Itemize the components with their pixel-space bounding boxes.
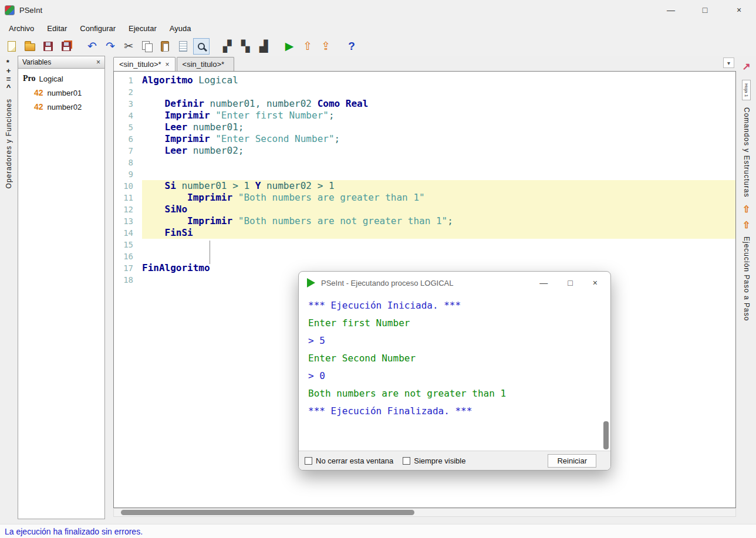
code-line[interactable]: 9 — [114, 168, 735, 180]
horizontal-scrollbar[interactable] — [113, 508, 736, 517]
console-minimize-icon[interactable]: — — [539, 278, 548, 287]
variable-row[interactable]: 42number02 — [18, 100, 104, 114]
tab-list-dropdown-icon[interactable]: ▾ — [723, 57, 734, 68]
menu-item-archivo[interactable]: Archivo — [2, 21, 41, 36]
run-to-line-icon-button[interactable]: ⇪ — [318, 38, 334, 55]
code-line[interactable]: 5 Leer number01; — [114, 121, 735, 133]
process-icon: Pro — [23, 74, 36, 83]
code-line[interactable]: 8 — [114, 157, 735, 168]
menu-item-configurar[interactable]: Configurar — [73, 21, 122, 36]
code-text: Imprimir "Both numbers are not greater t… — [142, 215, 735, 227]
run-icon: ▶ — [285, 40, 294, 52]
commands-panel-tab[interactable]: Comandos y Estructuras — [743, 107, 751, 197]
console-footer: No cerrar esta ventana Siempre visible R… — [299, 451, 610, 470]
code-line[interactable]: 14 FinSi — [114, 227, 735, 239]
redo-icon: ↷ — [106, 40, 115, 52]
code-line[interactable]: 3 Definir number01, number02 Como Real — [114, 98, 735, 110]
no-close-checkbox[interactable] — [305, 457, 312, 465]
line-number: 8 — [114, 158, 142, 167]
save-as-icon-button[interactable] — [58, 38, 75, 55]
step-down-icon[interactable]: ⇧ — [743, 221, 750, 229]
step-up-icon[interactable]: ⇧ — [743, 205, 750, 214]
cut-icon-button[interactable]: ✂ — [120, 38, 137, 55]
always-visible-checkbox[interactable] — [403, 457, 410, 465]
process-row[interactable]: ProLogical — [18, 72, 104, 86]
menu-item-editar[interactable]: Editar — [41, 21, 73, 36]
horizontal-scrollbar-thumb[interactable] — [121, 510, 414, 515]
close-icon[interactable]: × — [722, 0, 756, 20]
indent-icon-button[interactable] — [175, 38, 191, 55]
line-number: 13 — [114, 216, 142, 226]
new-file-icon-button[interactable] — [4, 38, 20, 55]
help-icon: ? — [348, 40, 355, 52]
console-maximize-icon[interactable]: □ — [568, 278, 572, 287]
code-line[interactable]: 2 — [114, 86, 735, 98]
undo-icon-button[interactable]: ↶ — [84, 38, 100, 55]
code-line[interactable]: 15 — [114, 239, 735, 251]
code-text: Si number01 > 1 Y number02 > 1 — [142, 180, 735, 192]
code-text — [142, 239, 735, 251]
editor-tab-1[interactable]: <sin_titulo>*× — [113, 57, 176, 71]
menu-item-ayuda[interactable]: Ayuda — [163, 21, 198, 36]
line-number: 18 — [114, 275, 142, 285]
menu-item-ejecutar[interactable]: Ejecutar — [122, 21, 163, 36]
editor-tab-2[interactable]: <sin_titulo>* — [177, 57, 235, 71]
console-body[interactable]: *** Ejecución Iniciada. ***Enter first N… — [299, 294, 610, 451]
code-line[interactable]: 6 Imprimir "Enter Second Number"; — [114, 133, 735, 145]
flowchart-icon-button[interactable]: ▞ — [219, 38, 235, 55]
variable-row[interactable]: 42number01 — [18, 86, 104, 100]
panel-close-icon[interactable]: × — [96, 58, 100, 66]
always-visible-label: Siempre visible — [414, 456, 465, 465]
code-line[interactable]: 12 SiNo — [114, 204, 735, 215]
line-number: 16 — [114, 252, 142, 261]
code-line[interactable]: 10 Si number01 > 1 Y number02 > 1 — [114, 180, 735, 192]
syntax-check-icon-button[interactable]: ▚ — [237, 38, 254, 55]
copy-icon-button[interactable] — [139, 38, 155, 55]
code-text: SiNo — [142, 204, 735, 215]
code-line[interactable]: 1Algoritmo Logical — [114, 75, 735, 86]
tab-close-icon[interactable]: × — [166, 60, 170, 69]
run-to-line-icon: ⇪ — [321, 40, 330, 52]
paste-icon-button[interactable] — [157, 38, 173, 55]
maximize-icon[interactable]: □ — [688, 0, 722, 20]
variables-panel-title: Variables — [22, 58, 51, 66]
line-number: 12 — [114, 205, 142, 214]
run-icon-button[interactable]: ▶ — [281, 38, 298, 55]
console-line: *** Ejecución Iniciada. *** — [308, 297, 601, 314]
code-text: Leer number01; — [142, 121, 735, 133]
code-line[interactable]: 7 Leer number02; — [114, 145, 735, 157]
operators-panel-label: Operadores y Funciones — [5, 99, 13, 188]
code-line[interactable]: 4 Imprimir "Enter first Number"; — [114, 110, 735, 121]
open-file-icon-button[interactable] — [22, 38, 38, 55]
step-execution-panel-tab[interactable]: Ejecución Paso a Paso — [743, 236, 751, 321]
save-icon-button[interactable] — [40, 38, 56, 55]
console-scrollbar-thumb[interactable] — [603, 421, 609, 449]
process-name: Logical — [39, 75, 63, 83]
code-line[interactable]: 11 Imprimir "Both numbers are greater th… — [114, 192, 735, 204]
window-controls: — □ × — [654, 0, 756, 20]
line-number: 2 — [114, 87, 142, 97]
syntax-check-icon: ▚ — [241, 40, 250, 52]
step-run-icon-button[interactable]: ⇧ — [299, 38, 316, 55]
code-line[interactable]: 13 Imprimir "Both numbers are not greate… — [114, 215, 735, 227]
flowchart-arrow-icon[interactable]: ↗ — [742, 60, 750, 73]
console-scrollbar[interactable] — [602, 295, 609, 449]
search-icon-button[interactable] — [193, 38, 210, 55]
line-number: 6 — [114, 134, 142, 144]
redo-icon-button[interactable]: ↷ — [102, 38, 119, 55]
line-number: 10 — [114, 181, 142, 191]
code-text — [142, 86, 735, 98]
help-icon-button[interactable]: ? — [343, 38, 360, 55]
minimize-icon[interactable]: — — [654, 0, 688, 20]
sheet-tab[interactable]: Hoja 1 — [742, 80, 751, 100]
operator-symbol: + — [6, 67, 11, 75]
restart-button[interactable]: Reiniciar — [548, 454, 596, 468]
line-number: 3 — [114, 99, 142, 109]
console-close-icon[interactable]: × — [593, 278, 598, 287]
export-icon-button[interactable]: ▟ — [255, 38, 272, 55]
menu-bar: ArchivoEditarConfigurarEjecutarAyuda — [0, 20, 756, 36]
tab-label: <sin_titulo>* — [183, 60, 225, 69]
line-number: 5 — [114, 123, 142, 132]
operators-panel-tab[interactable]: *+=^ Operadores y Funciones — [0, 56, 17, 519]
code-line[interactable]: 16 — [114, 251, 735, 262]
